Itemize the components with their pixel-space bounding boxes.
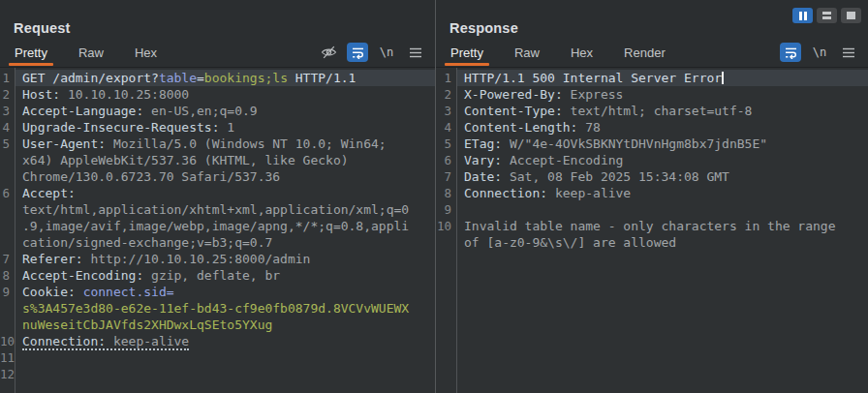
code-line[interactable]: Upgrade-Insecure-Requests: 1 [15,119,435,136]
code-row: Chrome/130.0.6723.70 Safari/537.36 [0,168,435,185]
request-toolbar: \n [318,38,426,67]
code-row: 6Accept: [0,185,435,201]
code-line[interactable]: s%3A457e3d80-e62e-11ef-bd43-cf9e0fb0879d… [15,300,435,317]
code-line[interactable]: GET /admin/export?table=bookings;ls HTTP… [15,70,435,86]
code-line[interactable] [15,366,435,382]
code-token: cation/signed-exchange;v=b3;q=0.7 [22,235,272,250]
code-token: .9,image/avif,image/webp,image/apng,*/*;… [22,219,409,233]
code-line[interactable]: HTTP/1.1 500 Internal Server Error [456,70,868,86]
code-line[interactable]: Content-Length: 78 [456,119,868,136]
code-line[interactable]: .9,image/avif,image/webp,image/apng,*/*;… [15,218,435,234]
code-row: 1HTTP/1.1 500 Internal Server Error [436,70,868,86]
layout-rows-button[interactable] [817,8,837,23]
line-number: 3 [0,103,15,119]
code-token: 10.10.10.25:8000 [60,87,189,102]
search-match-underline: Connection: keep-alive [22,334,189,350]
tab-raw[interactable]: Raw [76,38,107,67]
code-line[interactable]: Cookie: connect.sid= [15,284,435,300]
request-panel: Request PrettyRawHex \n 1GET /admin/expo… [0,0,435,393]
code-line[interactable]: X-Powered-By: Express [456,86,868,103]
code-token: X-Powered-By: [464,87,563,102]
code-line[interactable]: cation/signed-exchange;v=b3;q=0.7 [15,234,435,251]
gutter-separator [456,68,457,393]
code-line[interactable]: Accept: [15,185,435,201]
newline-icon[interactable]: \n [809,43,830,62]
code-token: Referer: [22,252,83,266]
tab-pretty[interactable]: Pretty [12,38,50,67]
line-number [436,234,456,251]
code-line[interactable]: Chrome/130.0.6723.70 Safari/537.36 [15,168,435,185]
code-token: of [a-z0-9&\s\/] are allowed [464,235,676,250]
code-line[interactable]: Referer: http://10.10.10.25:8000/admin [15,251,435,267]
code-token: Host: [22,87,60,102]
code-token: s%3A457e3d80-e62e-11ef-bd43-cf9e0fb0879d… [22,301,409,316]
code-line[interactable]: text/html,application/xhtml+xml,applicat… [15,201,435,218]
code-line[interactable]: Accept-Encoding: gzip, deflate, br [15,267,435,284]
columns-glyph [799,12,802,20]
code-token: Mozilla/5.0 (Windows NT 10.0; Win64; [106,136,387,151]
line-number [0,201,15,218]
code-line[interactable]: x64) AppleWebKit/537.36 (KHTML, like Gec… [15,152,435,168]
request-editor[interactable]: 1GET /admin/export?table=bookings;ls HTT… [0,68,435,393]
response-editor[interactable]: 1HTTP/1.1 500 Internal Server Error2X-Po… [436,68,868,393]
code-token: bookings;ls [204,71,288,85]
menu-icon[interactable] [838,43,859,62]
code-line[interactable]: nuWeseitCbJAVfds2XHDwxLqSEto5YXug [15,317,435,333]
line-number: 8 [436,185,456,201]
code-line[interactable]: Vary: Accept-Encoding [456,152,868,168]
newline-glyph: \n [813,45,826,59]
code-token: Cookie: [22,285,76,299]
word-wrap-icon[interactable] [347,43,368,62]
code-token: ETag: [464,136,502,151]
code-line[interactable]: Content-Type: text/html; charset=utf-8 [456,103,868,119]
code-line[interactable]: Invalid table name - only characters in … [456,218,868,234]
tab-hex[interactable]: Hex [132,38,160,67]
code-row: cation/signed-exchange;v=b3;q=0.7 [0,234,435,251]
code-line[interactable]: Accept-Language: en-US,en;q=0.9 [15,103,435,119]
line-number [0,218,15,234]
request-panel-header: Request PrettyRawHex \n [0,0,435,68]
layout-columns-button[interactable] [792,8,813,23]
code-row: 11 [0,349,435,366]
code-token: gzip, deflate, br [143,268,280,283]
tab-render[interactable]: Render [621,38,668,67]
code-line[interactable] [456,201,868,218]
newline-icon[interactable]: \n [376,43,397,62]
line-number: 2 [436,86,456,103]
code-token: W/"4e-4OVkSBKNYtDHVnHgm8bx7jdnB5E" [502,136,767,151]
code-row: 9Cookie: connect.sid= [0,284,435,300]
code-line[interactable]: ETag: W/"4e-4OVkSBKNYtDHVnHgm8bx7jdnB5E" [456,136,868,152]
eye-off-icon[interactable] [318,43,339,62]
line-number: 9 [436,201,456,218]
code-token: HTTP/1.1 [288,71,356,85]
code-row: text/html,application/xhtml+xml,applicat… [0,201,435,218]
line-number: 7 [436,168,456,185]
code-line[interactable]: Host: 10.10.10.25:8000 [15,86,435,103]
code-token: HTTP/1.1 500 Internal Server Error [464,71,722,85]
code-row: 8Accept-Encoding: gzip, deflate, br [0,267,435,284]
code-row: 6Vary: Accept-Encoding [436,152,868,168]
code-line[interactable]: of [a-z0-9&\s\/] are allowed [456,234,868,251]
word-wrap-icon[interactable] [780,43,801,62]
single-glyph [847,12,855,19]
code-token: keep-alive [106,334,189,348]
tab-pretty[interactable]: Pretty [448,38,486,67]
code-token: nuWeseitCbJAVfds2XHDwxLqSEto5YXug [22,317,272,332]
response-panel-title: Response [450,20,518,36]
code-token: = [197,71,204,85]
code-line[interactable]: Connection: keep-alive [456,185,868,201]
code-row: 10Connection: keep-alive [0,333,435,349]
code-line[interactable]: User-Agent: Mozilla/5.0 (Windows NT 10.0… [15,136,435,152]
newline-glyph: \n [380,45,393,59]
menu-icon[interactable] [405,43,426,62]
line-number: 4 [436,119,456,136]
tab-hex[interactable]: Hex [568,38,596,67]
layout-single-button[interactable] [841,8,861,23]
line-number: 4 [0,119,15,136]
code-line[interactable] [15,349,435,366]
code-token: Accept: [22,186,76,200]
code-line[interactable]: Connection: keep-alive [15,333,435,349]
code-line[interactable]: Date: Sat, 08 Feb 2025 15:34:08 GMT [456,168,868,185]
code-token: Connection: [22,334,106,348]
tab-raw[interactable]: Raw [512,38,542,67]
